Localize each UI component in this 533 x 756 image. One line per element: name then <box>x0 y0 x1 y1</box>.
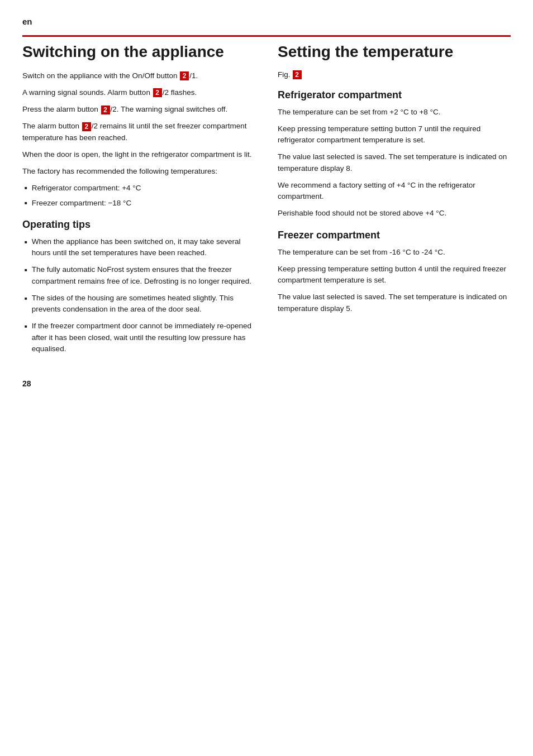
lang-label: en <box>22 17 511 26</box>
badge-2-1: 2 <box>180 71 189 80</box>
page-number: 28 <box>22 379 511 388</box>
tips-list: When the appliance has been switched on,… <box>22 236 255 355</box>
fre-para-3: The value last selected is saved. The se… <box>278 291 511 314</box>
badge-2-4: 2 <box>82 122 91 131</box>
tip-4: If the freezer compartment door cannot b… <box>25 320 255 355</box>
left-column: Switching on the appliance Switch on the… <box>22 37 255 362</box>
tip-2: The fully automatic NoFrost system ensur… <box>25 264 255 287</box>
ref-para-1: The temperature can be set from +2 °C to… <box>278 107 511 118</box>
fre-para-2: Keep pressing temperature setting button… <box>278 264 511 286</box>
para-2: A warning signal sounds. Alarm button 2/… <box>22 87 255 98</box>
badge-2-2: 2 <box>153 88 162 97</box>
right-title: Setting the temperature <box>278 42 511 61</box>
refrigerator-title: Refrigerator compartment <box>278 89 511 101</box>
ref-para-5: Perishable food should not be stored abo… <box>278 208 511 219</box>
para-4: The alarm button 2/2 remains lit until t… <box>22 121 255 143</box>
operating-tips-title: Operating tips <box>22 219 255 231</box>
ref-para-2: Keep pressing temperature setting button… <box>278 123 511 146</box>
temp-bullet-1: Refrigerator compartment: +4 °C <box>25 183 255 194</box>
temp-bullet-2: Freezer compartment: −18 °C <box>25 198 255 209</box>
para-5: When the door is open, the light in the … <box>22 149 255 160</box>
ref-para-3: The value last selected is saved. The se… <box>278 151 511 174</box>
ref-para-4: We recommend a factory setting of +4 °C … <box>278 180 511 203</box>
tip-3: The sides of the housing are sometimes h… <box>25 293 255 315</box>
badge-2-3: 2 <box>101 106 110 114</box>
freezer-title: Freezer compartment <box>278 229 511 241</box>
fig-badge: 2 <box>293 70 302 79</box>
para-1: Switch on the appliance with the On/Off … <box>22 70 255 82</box>
fre-para-1: The temperature can be set from -16 °C t… <box>278 247 511 258</box>
tip-1: When the appliance has been switched on,… <box>25 236 255 259</box>
para-6: The factory has recommended the followin… <box>22 166 255 177</box>
left-title: Switching on the appliance <box>22 42 255 61</box>
right-column: Setting the temperature Fig. 2 Refrigera… <box>278 37 511 362</box>
temp-bullets: Refrigerator compartment: +4 °C Freezer … <box>22 183 255 209</box>
fig-line: Fig. 2 <box>278 70 511 79</box>
fig-label: Fig. <box>278 70 291 79</box>
para-3: Press the alarm button 2/2. The warning … <box>22 104 255 115</box>
